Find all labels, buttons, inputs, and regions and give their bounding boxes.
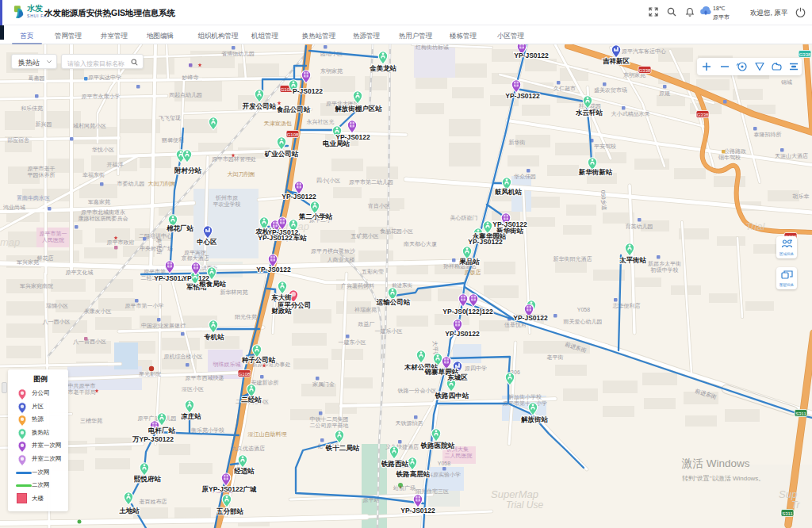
- svg-text:map: map: [0, 236, 20, 248]
- svg-text:解放街棚户区站: 解放街棚户区站: [334, 105, 382, 113]
- svg-text:原平丹棋白鹭旅沙: 原平丹棋白鹭旅沙: [311, 248, 355, 254]
- svg-text:军兴家苑: 军兴家苑: [17, 259, 39, 266]
- svg-text:Tr: Tr: [791, 499, 800, 511]
- svg-text:财政站: 财政站: [270, 307, 292, 315]
- svg-text:五分部站: 五分部站: [216, 507, 244, 515]
- svg-text:原平市西城快递: 原平市西城快递: [186, 374, 224, 381]
- svg-text:食品花园小区: 食品花园小区: [380, 228, 413, 235]
- svg-text:P-JS0122: P-JS0122: [293, 87, 323, 95]
- svg-text:凉庄站: 凉庄站: [181, 412, 201, 420]
- svg-text:土地站: 土地站: [119, 507, 140, 515]
- svg-text:天涯山大酒店: 天涯山大酒店: [775, 152, 808, 159]
- svg-text:阳光住苑: 阳光住苑: [235, 314, 257, 320]
- svg-text:YP-JS0122: YP-JS0122: [400, 507, 435, 515]
- svg-text:新华林同苑: 新华林同苑: [220, 289, 248, 296]
- svg-text:平农业学校: 平农业学校: [213, 201, 241, 207]
- svg-text:东大街: 东大街: [270, 293, 292, 301]
- svg-text:丽馨便利: 丽馨便利: [162, 137, 184, 143]
- svg-text:SuperMap: SuperMap: [491, 488, 538, 500]
- svg-text:美心防盗门: 美心防盗门: [450, 215, 478, 221]
- svg-text:一建乐小区: 一建乐小区: [375, 328, 403, 335]
- svg-text:附村分站: 附村分站: [174, 166, 202, 174]
- svg-text:公路路政: 公路路政: [724, 148, 746, 155]
- svg-text:Sup: Sup: [779, 488, 797, 500]
- svg-text:原平市永康小学: 原平市永康小学: [82, 93, 121, 100]
- svg-text:食品公司站: 食品公司站: [277, 105, 311, 113]
- svg-text:YP-JS0122: YP-JS0122: [514, 52, 549, 59]
- svg-text:种子公司站: 种子公司站: [241, 356, 276, 364]
- svg-text:G108: G108: [287, 132, 299, 137]
- svg-text:湿区小区: 湿区小区: [182, 386, 204, 392]
- svg-text:八一普西小区: 八一普西小区: [73, 338, 106, 345]
- svg-text:永兴社区光: 永兴社区光: [307, 119, 335, 125]
- svg-text:G338: G338: [697, 113, 709, 117]
- svg-text:运输公司站: 运输公司站: [376, 298, 411, 306]
- svg-text:电杆厂站: 电杆厂站: [148, 427, 176, 434]
- svg-text:YP-JS0122: YP-JS0122: [256, 266, 291, 274]
- svg-text:东城区: 东城区: [446, 373, 468, 381]
- svg-text:中铁十二局集团: 中铁十二局集团: [310, 416, 349, 423]
- svg-text:第二小学站: 第二小学站: [298, 212, 333, 220]
- svg-text:人民医院: 人民医院: [42, 237, 64, 243]
- svg-text:锦城: 锦城: [780, 79, 792, 85]
- svg-text:原四中学: 原四中学: [465, 365, 487, 372]
- svg-text:星光影院: 星光影院: [139, 371, 161, 377]
- svg-text:铁路高层站: 铁路高层站: [396, 470, 431, 478]
- svg-text:铁十二局站: 铁十二局站: [325, 444, 360, 452]
- svg-text:矿业公司站: 矿业公司站: [264, 150, 299, 158]
- svg-text:阳光住宅三区: 阳光住宅三区: [416, 488, 449, 495]
- svg-text:三槽华苑: 三槽华苑: [80, 418, 102, 424]
- svg-text:Y058: Y058: [438, 461, 450, 466]
- svg-text:开福洋: 开福洋: [107, 162, 124, 168]
- svg-text:原平文化城: 原平文化城: [66, 269, 94, 276]
- svg-text:飞飞玺珑: 飞飞玺珑: [159, 115, 181, 121]
- svg-text:和乐佳苑: 和乐佳苑: [21, 105, 43, 112]
- svg-text:康路社区居民委员会: 康路社区居民委员会: [79, 215, 128, 222]
- svg-text:老百姓布店: 老百姓布店: [140, 498, 167, 505]
- svg-text:九久优选酒店: 九久优选酒店: [232, 445, 265, 452]
- svg-text:广兴薯药饲料: 广兴薯药饲料: [341, 283, 374, 289]
- svg-text:原平市第一小学: 原平市第一小学: [125, 302, 164, 308]
- svg-text:湿江山自助料理: 湿江山自助料理: [248, 431, 287, 438]
- svg-text:天津宣汤包: 天津宣汤包: [264, 121, 293, 127]
- svg-text:政益厂: 政益厂: [358, 321, 375, 327]
- svg-text:解放街小学校: 解放街小学校: [508, 394, 542, 400]
- svg-text:太平街站: 太平街站: [619, 256, 647, 264]
- svg-text:五矿苑小区: 五矿苑小区: [351, 233, 379, 239]
- svg-text:原平市第一: 原平市第一: [40, 230, 67, 236]
- svg-text:万YP-JS0122: 万YP-JS0122: [132, 435, 174, 443]
- svg-text:中共原平市: 中共原平市: [68, 382, 96, 389]
- svg-text:鸿业尚城: 鸿业尚城: [3, 205, 25, 211]
- svg-text:军鑫家苑: 军鑫家苑: [88, 199, 110, 205]
- svg-text:明珠娱乐城: 明珠娱乐城: [213, 362, 241, 368]
- svg-text:锢牛驾校: 锢牛驾校: [718, 155, 741, 161]
- svg-text:红梅街坊标诚: 红梅街坊标诚: [416, 44, 449, 51]
- svg-text:家属门金: 家属门金: [312, 381, 335, 388]
- svg-text:军兴家宛南院: 军兴家宛南院: [20, 283, 53, 289]
- svg-text:东明家苑: 东明家苑: [320, 68, 343, 75]
- svg-text:华悦小区: 华悦小区: [92, 147, 114, 153]
- svg-text:G338: G338: [639, 68, 651, 73]
- svg-text:中国农业发展银行: 中国农业发展银行: [141, 323, 186, 329]
- svg-text:金美龙站: 金美龙站: [369, 64, 397, 72]
- svg-text:铁路四中站: 铁路四中站: [435, 392, 469, 400]
- svg-text:大闰刀削面: 大闰刀削面: [148, 181, 176, 187]
- svg-text:中央时代广场: 中央时代广场: [140, 246, 173, 252]
- svg-text:YP-JS0122: YP-JS0122: [335, 133, 370, 141]
- svg-text:122: 122: [198, 274, 209, 282]
- svg-text:二人民医院: 二人民医院: [445, 453, 473, 459]
- svg-text:兴原实验小学: 兴原实验小学: [427, 472, 461, 478]
- svg-text:志华便利店: 志华便利店: [613, 302, 641, 309]
- svg-text:妙峰寺: 妙峰寺: [182, 75, 199, 81]
- svg-text:衡乐苑小学校: 衡乐苑小学校: [191, 427, 224, 434]
- svg-text:YP-JS0122: YP-JS0122: [492, 220, 527, 228]
- svg-text:YP-JS0122: YP-JS0122: [282, 193, 316, 201]
- svg-text:YP-JS0122: YP-JS0122: [513, 314, 548, 322]
- svg-text:雨关爱心幼儿园: 雨关爱心幼儿园: [564, 318, 603, 325]
- svg-text:S311: S311: [782, 511, 793, 516]
- svg-text:城村同苑小区: 城村同苑小区: [72, 123, 106, 129]
- svg-text:久仁超市: 久仁超市: [553, 85, 576, 92]
- svg-text:市委幼儿园: 市委幼儿园: [117, 180, 145, 187]
- svg-text:华众佳园: 华众佳园: [514, 174, 536, 180]
- svg-text:铁路医院站: 铁路医院站: [420, 442, 455, 450]
